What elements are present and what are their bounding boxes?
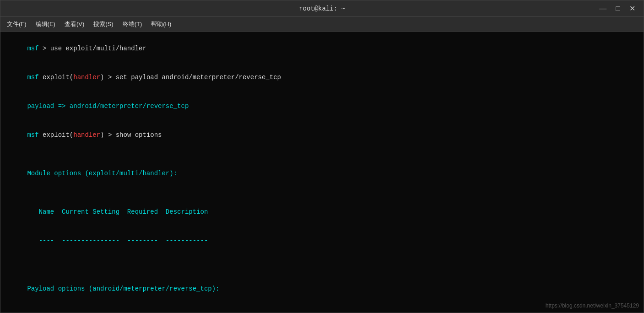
title-bar: root@kali: ~ — □ ✕ (0, 0, 644, 17)
close-button[interactable]: ✕ (627, 3, 638, 14)
terminal-blank (4, 265, 640, 275)
terminal-line: msf exploit(handler) > set payload andro… (4, 63, 640, 92)
window-controls: — □ ✕ (596, 3, 638, 14)
menu-file[interactable]: 文件(F) (2, 18, 31, 30)
maximize-button[interactable]: □ (613, 3, 623, 14)
msf-prompt: msf (27, 74, 38, 81)
terminal-blank (4, 303, 640, 313)
terminal-line: ---- --------------- -------- ----------… (4, 227, 640, 255)
terminal-line: Payload options (android/meterpreter/rev… (4, 275, 640, 303)
menu-terminal[interactable]: 终端(T) (118, 18, 147, 30)
terminal-line: Module options (exploit/multi/handler): (4, 159, 640, 188)
terminal-body[interactable]: msf > use exploit/multi/handler msf expl… (0, 32, 644, 313)
window-title: root@kali: ~ (299, 5, 345, 12)
menu-search[interactable]: 搜索(S) (89, 18, 118, 30)
terminal-line: msf exploit(handler) > show options (4, 121, 640, 150)
terminal-blank (4, 188, 640, 198)
terminal-blank (4, 255, 640, 265)
menu-help[interactable]: 帮助(H) (146, 18, 176, 30)
menu-view[interactable]: 查看(V) (60, 18, 89, 30)
terminal-line: payload => android/meterpreter/reverse_t… (4, 92, 640, 121)
msf-prompt: msf (27, 45, 38, 52)
terminal-line: msf > use exploit/multi/handler (4, 34, 640, 63)
handler-text: handler (73, 74, 100, 81)
terminal-line: Name Current Setting Required Descriptio… (4, 198, 640, 227)
terminal-window: root@kali: ~ — □ ✕ 文件(F) 编辑(E) 查看(V) 搜索(… (0, 0, 644, 313)
menu-bar: 文件(F) 编辑(E) 查看(V) 搜索(S) 终端(T) 帮助(H) (0, 17, 644, 32)
menu-edit[interactable]: 编辑(E) (31, 18, 60, 30)
terminal-blank (4, 150, 640, 159)
watermark: https://blog.csdn.net/weixin_37545129 (546, 302, 639, 309)
minimize-button[interactable]: — (596, 3, 609, 14)
